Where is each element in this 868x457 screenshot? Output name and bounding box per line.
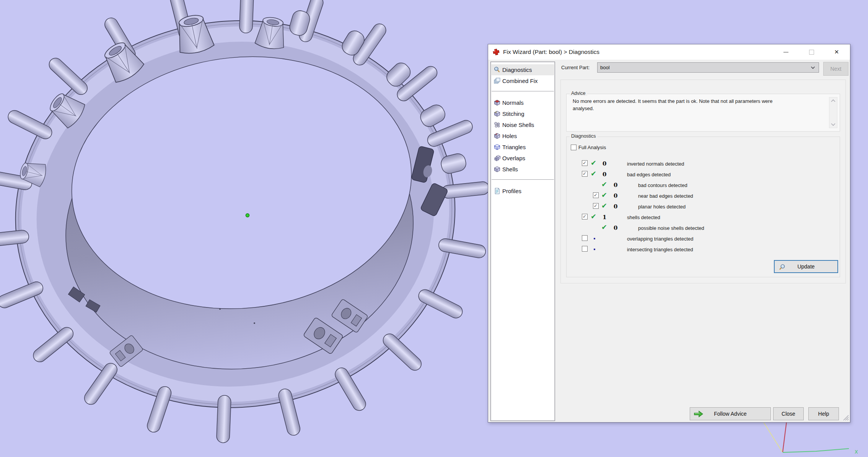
sidebar-item-label: Holes [502, 133, 517, 139]
sidebar-item-triangles[interactable]: Triangles [491, 141, 555, 153]
current-part-dropdown[interactable]: bool [597, 62, 819, 73]
fix-wizard-dialog: Fix Wizard (Part: bool) > Diagnostics ✕ … [488, 44, 850, 423]
magnifier-icon [778, 263, 786, 271]
maximize-icon [809, 50, 814, 55]
diagnostic-row: 0 bad edges detected [567, 169, 840, 180]
advice-text: No more errors are detected. It seems th… [573, 98, 793, 112]
row-count: 1 [603, 214, 606, 221]
row-checkbox[interactable] [582, 160, 588, 166]
ok-check-icon [601, 202, 607, 210]
row-label: inverted normals detected [627, 161, 684, 167]
row-count: 0 [614, 182, 617, 189]
minimize-button[interactable] [777, 44, 795, 60]
diagnostics-group-label: Diagnostics [570, 133, 598, 139]
diagnostics-rows: 0 inverted normals detected 0 bad edges … [567, 158, 840, 255]
title-bar[interactable]: Fix Wizard (Part: bool) > Diagnostics ✕ [488, 44, 850, 60]
sidebar-item-diagnostics[interactable]: Diagnostics [491, 64, 555, 75]
sidebar-item-label: Profiles [502, 188, 521, 194]
cube-overlap-icon [493, 155, 501, 162]
magnifier-icon [493, 66, 501, 73]
close-button[interactable]: ✕ [828, 44, 845, 60]
row-count: 0 [614, 192, 617, 199]
cube-wireframe-icon [493, 143, 501, 151]
maximize-button[interactable] [803, 44, 820, 60]
advice-scrollbar[interactable] [829, 97, 837, 128]
sidebar-item-label: Shells [502, 166, 518, 172]
pending-dot-icon [594, 238, 595, 239]
advice-group-label: Advice [570, 91, 587, 96]
row-label: near bad edges detected [638, 193, 693, 199]
sidebar-item-label: Diagnostics [502, 67, 532, 73]
sidebar-item-stitching[interactable]: Stitching [491, 108, 555, 119]
row-checkbox[interactable] [593, 203, 599, 209]
stacked-pages-icon [493, 77, 501, 85]
sidebar-separator [492, 179, 554, 180]
sidebar-item-label: Stitching [502, 111, 524, 117]
red-cross-icon [493, 49, 500, 55]
close-icon: ✕ [834, 49, 839, 55]
sidebar-item-label: Noise Shells [502, 122, 534, 128]
wizard-page-panel: Advice No more errors are detected. It s… [560, 80, 846, 283]
row-label: intersecting triangles detected [627, 247, 693, 252]
sidebar-item-label: Triangles [502, 144, 526, 150]
sidebar-item-overlaps[interactable]: Overlaps [491, 153, 555, 164]
advice-group: Advice No more errors are detected. It s… [566, 94, 840, 132]
update-button-label: Update [797, 263, 814, 270]
sidebar-item-combined-fix[interactable]: Combined Fix [491, 75, 555, 86]
help-button[interactable]: Help [808, 407, 839, 420]
sidebar-item-label: Normals [502, 99, 524, 106]
ok-check-icon [591, 212, 596, 220]
next-button[interactable]: Next [823, 62, 848, 76]
origin-marker [246, 214, 249, 217]
green-arrow-icon [694, 410, 704, 418]
sidebar-item-normals[interactable]: Normals [491, 97, 555, 108]
resize-grip[interactable] [842, 414, 849, 421]
current-part-label: Current Part: [561, 65, 590, 70]
scroll-up-icon[interactable] [831, 99, 836, 102]
diagnostic-row: 0 possible noise shells detected [567, 223, 840, 233]
row-checkbox[interactable] [582, 246, 588, 252]
sidebar-item-noise-shells[interactable]: Noise Shells [491, 119, 555, 130]
ok-check-icon [601, 180, 607, 188]
row-checkbox[interactable] [582, 235, 588, 241]
dialog-close-button[interactable]: Close [773, 407, 804, 420]
sidebar-item-label: Combined Fix [502, 78, 538, 84]
wizard-sidebar: Diagnostics Combined Fix Normals [490, 62, 555, 421]
row-label: bad edges detected [627, 172, 671, 177]
minimize-icon [783, 52, 788, 52]
row-checkbox[interactable] [593, 192, 599, 198]
document-icon [493, 187, 501, 195]
current-part-value: bool [600, 65, 811, 70]
sidebar-item-shells[interactable]: Shells [491, 164, 555, 175]
ok-check-icon [591, 159, 596, 167]
cube-hole-icon [493, 132, 501, 140]
diagnostic-row: overlapping triangles detected [567, 233, 840, 244]
cube-icon [493, 166, 501, 173]
sidebar-item-holes[interactable]: Holes [491, 130, 555, 141]
row-count: 0 [614, 203, 617, 210]
diagnostic-row: intersecting triangles detected [567, 244, 840, 255]
diagnostics-group: Diagnostics Full Analysis 0 inverted nor… [566, 137, 840, 277]
row-count: 0 [603, 160, 606, 167]
pending-dot-icon [594, 249, 595, 250]
row-count: 0 [614, 224, 617, 231]
row-checkbox[interactable] [582, 171, 588, 177]
full-analysis-checkbox[interactable] [571, 145, 576, 150]
chevron-down-icon [811, 66, 815, 69]
row-label: bad contours detected [638, 182, 687, 188]
follow-advice-button[interactable]: Follow Advice [690, 407, 771, 420]
window-title: Fix Wizard (Part: bool) > Diagnostics [503, 49, 599, 55]
diagnostic-row: 0 bad contours detected [567, 180, 840, 190]
ok-check-icon [601, 191, 607, 199]
row-label: overlapping triangles detected [627, 236, 693, 242]
row-checkbox[interactable] [582, 214, 588, 220]
follow-advice-label: Follow Advice [714, 411, 747, 417]
sidebar-item-profiles[interactable]: Profiles [491, 185, 555, 197]
cube-yellow-icon [493, 110, 501, 117]
diagnostic-row: 0 inverted normals detected [567, 158, 840, 169]
scroll-down-icon[interactable] [831, 123, 836, 126]
row-label: possible noise shells detected [638, 225, 704, 231]
axis-x-label: x [855, 448, 858, 455]
update-button[interactable]: Update [774, 260, 838, 273]
cube-red-top-icon [493, 99, 501, 106]
